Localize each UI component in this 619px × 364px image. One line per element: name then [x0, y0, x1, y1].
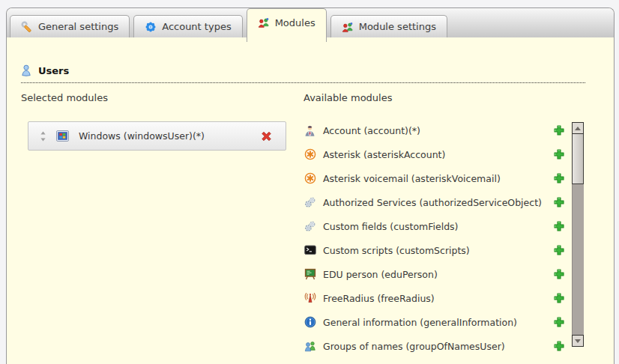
delete-module-button[interactable]: [260, 130, 273, 142]
add-module-button[interactable]: [553, 340, 565, 352]
wrench-icon: [21, 21, 33, 33]
chalkboard-icon: [304, 268, 316, 280]
add-module-button[interactable]: [553, 124, 565, 136]
module-name: Asterisk voicemail (asteriskVoicemail): [323, 173, 501, 184]
modules-icon: [342, 21, 354, 33]
add-module-button[interactable]: [553, 196, 565, 208]
selected-module-row: Windows (windowsUser)(*): [28, 121, 286, 151]
modules-icon: [258, 16, 270, 28]
available-list-scrollbar: [572, 122, 584, 347]
section-title: Users: [38, 65, 69, 76]
selected-module-name: Windows (windowsUser)(*): [79, 130, 205, 142]
asterisk-icon: [304, 172, 316, 184]
account-icon: [304, 124, 316, 136]
add-module-button[interactable]: [553, 292, 565, 304]
available-module-row: Custom fields (customFields): [304, 214, 567, 238]
scrollbar-thumb[interactable]: [572, 134, 584, 184]
available-module-row: Authorized Services (authorizedServiceOb…: [304, 190, 567, 214]
available-module-row: Custom scripts (customScripts): [304, 238, 567, 262]
add-module-button[interactable]: [553, 268, 565, 280]
tab-account-types[interactable]: Account types: [133, 15, 242, 37]
module-name: Groups of names (groupOfNamesUser): [323, 341, 505, 352]
tab-modules[interactable]: Modules: [247, 8, 327, 42]
drag-sort-handle[interactable]: [40, 131, 46, 142]
module-name: FreeRadius (freeRadius): [323, 293, 435, 304]
configuration-window: General settings Account types: [6, 7, 615, 364]
tab-module-settings[interactable]: Module settings: [330, 15, 447, 37]
available-module-row: EDU person (eduPerson): [304, 262, 567, 286]
module-name: Custom scripts (customScripts): [323, 245, 470, 256]
selected-modules-label: Selected modules: [21, 92, 108, 103]
available-module-row: Asterisk (asteriskAccount): [304, 142, 567, 166]
available-modules-list: Account (account)(*) Asterisk (asteriskA…: [304, 118, 567, 358]
tab-general-settings[interactable]: General settings: [10, 15, 130, 37]
info-icon: [304, 316, 316, 328]
available-module-row: FreeRadius (freeRadius): [304, 286, 567, 310]
module-name: Asterisk (asteriskAccount): [323, 149, 445, 160]
available-modules-label: Available modules: [304, 92, 392, 103]
available-module-row: Asterisk voicemail (asteriskVoicemail): [304, 166, 567, 190]
tab-label: General settings: [38, 21, 118, 32]
group-icon: [304, 340, 316, 352]
terminal-icon: [304, 245, 316, 255]
module-name: Account (account)(*): [323, 125, 420, 136]
scroll-down-button[interactable]: [572, 335, 584, 347]
module-name: EDU person (eduPerson): [323, 269, 438, 280]
available-module-row: Groups of names (groupOfNamesUser): [304, 334, 567, 358]
users-section-header: Users: [21, 64, 585, 83]
user-icon: [21, 64, 31, 76]
tab-label: Account types: [162, 21, 231, 32]
add-module-button[interactable]: [553, 172, 565, 184]
up-arrow-icon: [575, 127, 581, 130]
gears-icon: [304, 220, 316, 232]
gear-icon: [145, 21, 157, 33]
add-module-button[interactable]: [553, 220, 565, 232]
tab-label: Modules: [275, 17, 315, 28]
available-module-row: Account (account)(*): [304, 118, 567, 142]
radio-tower-icon: [304, 292, 316, 304]
available-module-row: General information (generalInformation): [304, 310, 567, 334]
scrollbar-track[interactable]: [572, 184, 584, 335]
gears-icon: [304, 196, 316, 208]
asterisk-icon: [304, 148, 316, 160]
scroll-up-button[interactable]: [572, 122, 584, 134]
down-arrow-icon: [575, 339, 581, 343]
tab-bar: General settings Account types: [7, 8, 614, 37]
add-module-button[interactable]: [553, 316, 565, 328]
add-module-button[interactable]: [553, 244, 565, 256]
module-name: Custom fields (customFields): [323, 221, 458, 232]
module-name: General information (generalInformation): [323, 317, 517, 328]
add-module-button[interactable]: [553, 148, 565, 160]
windows-icon: [56, 130, 69, 142]
module-name: Authorized Services (authorizedServiceOb…: [323, 197, 542, 208]
tab-label: Module settings: [359, 21, 436, 32]
